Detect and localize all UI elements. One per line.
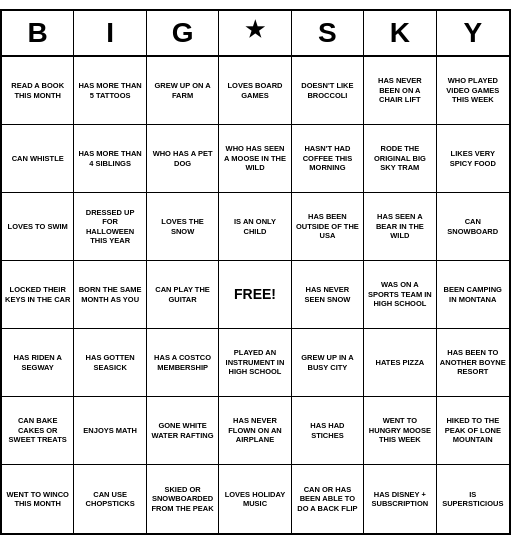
cell-28[interactable]: HAS RIDEN A SEGWAY [2, 329, 74, 397]
cell-16[interactable]: LOVES THE SNOW [147, 193, 219, 261]
cell-10[interactable]: WHO HAS SEEN A MOOSE IN THE WILD [219, 125, 291, 193]
cell-43[interactable]: CAN USE CHOPSTICKS [74, 465, 146, 533]
cell-17[interactable]: IS AN ONLY CHILD [219, 193, 291, 261]
cell-25[interactable]: HAS NEVER SEEN SNOW [292, 261, 364, 329]
cell-42[interactable]: WENT TO WINCO THIS MONTH [2, 465, 74, 533]
cell-30[interactable]: HAS A COSTCO MEMBERSHIP [147, 329, 219, 397]
cell-32[interactable]: GREW UP IN A BUSY CITY [292, 329, 364, 397]
header-letter-5: K [364, 11, 436, 55]
cell-22[interactable]: BORN THE SAME MONTH AS YOU [74, 261, 146, 329]
cell-33[interactable]: HATES PIZZA [364, 329, 436, 397]
cell-4[interactable]: DOESN'T LIKE BROCCOLI [292, 57, 364, 125]
cell-48[interactable]: IS SUPERSTICIOUS [437, 465, 509, 533]
header-letter-2: G [147, 11, 219, 55]
cell-27[interactable]: BEEN CAMPING IN MONTANA [437, 261, 509, 329]
cell-29[interactable]: HAS GOTTEN SEASICK [74, 329, 146, 397]
header-letter-0: B [2, 11, 74, 55]
cell-7[interactable]: CAN WHISTLE [2, 125, 74, 193]
cell-40[interactable]: WENT TO HUNGRY MOOSE THIS WEEK [364, 397, 436, 465]
cell-35[interactable]: CAN BAKE CAKES OR SWEET TREATS [2, 397, 74, 465]
header-letter-6: Y [437, 11, 509, 55]
cell-20[interactable]: CAN SNOWBOARD [437, 193, 509, 261]
cell-37[interactable]: GONE WHITE WATER RAFTING [147, 397, 219, 465]
cell-24[interactable]: Free! [219, 261, 291, 329]
bingo-card: BIG★SKY READ A BOOK THIS MONTHHAS MORE T… [0, 9, 511, 535]
cell-46[interactable]: CAN OR HAS BEEN ABLE TO DO A BACK FLIP [292, 465, 364, 533]
cell-19[interactable]: HAS SEEN A BEAR IN THE WILD [364, 193, 436, 261]
cell-0[interactable]: READ A BOOK THIS MONTH [2, 57, 74, 125]
cell-11[interactable]: HASN'T HAD COFFEE THIS MORNING [292, 125, 364, 193]
bingo-grid: READ A BOOK THIS MONTHHAS MORE THAN 5 TA… [2, 57, 509, 533]
cell-47[interactable]: HAS DISNEY + SUBSCRIPTION [364, 465, 436, 533]
cell-8[interactable]: HAS MORE THAN 4 SIBLINGS [74, 125, 146, 193]
cell-38[interactable]: HAS NEVER FLOWN ON AN AIRPLANE [219, 397, 291, 465]
cell-44[interactable]: SKIED OR SNOWBOARDED FROM THE PEAK [147, 465, 219, 533]
cell-23[interactable]: CAN PLAY THE GUITAR [147, 261, 219, 329]
cell-6[interactable]: WHO PLAYED VIDEO GAMES THIS WEEK [437, 57, 509, 125]
cell-2[interactable]: GREW UP ON A FARM [147, 57, 219, 125]
cell-12[interactable]: RODE THE ORIGINAL BIG SKY TRAM [364, 125, 436, 193]
cell-18[interactable]: HAS BEEN OUTSIDE OF THE USA [292, 193, 364, 261]
cell-21[interactable]: LOCKED THEIR KEYS IN THE CAR [2, 261, 74, 329]
header-letter-3: ★ [219, 11, 291, 55]
cell-26[interactable]: WAS ON A SPORTS TEAM IN HIGH SCHOOL [364, 261, 436, 329]
cell-1[interactable]: HAS MORE THAN 5 TATTOOS [74, 57, 146, 125]
header-letter-4: S [292, 11, 364, 55]
cell-9[interactable]: WHO HAS A PET DOG [147, 125, 219, 193]
cell-5[interactable]: HAS NEVER BEEN ON A CHAIR LIFT [364, 57, 436, 125]
cell-3[interactable]: LOVES BOARD GAMES [219, 57, 291, 125]
cell-34[interactable]: HAS BEEN TO ANOTHER BOYNE RESORT [437, 329, 509, 397]
cell-14[interactable]: LOVES TO SWIM [2, 193, 74, 261]
header-letter-1: I [74, 11, 146, 55]
cell-41[interactable]: HIKED TO THE PEAK OF LONE MOUNTAIN [437, 397, 509, 465]
cell-13[interactable]: LIKES VERY SPICY FOOD [437, 125, 509, 193]
cell-39[interactable]: HAS HAD STICHES [292, 397, 364, 465]
cell-36[interactable]: ENJOYS MATH [74, 397, 146, 465]
cell-15[interactable]: DRESSED UP FOR HALLOWEEN THIS YEAR [74, 193, 146, 261]
cell-31[interactable]: PLAYED AN INSTRUMENT IN HIGH SCHOOL [219, 329, 291, 397]
cell-45[interactable]: LOVES HOLIDAY MUSIC [219, 465, 291, 533]
bingo-header: BIG★SKY [2, 11, 509, 57]
